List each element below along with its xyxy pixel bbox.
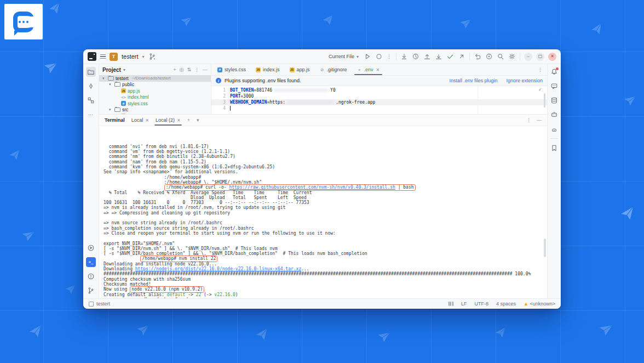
close-tab-icon[interactable]: ✕ — [145, 118, 149, 123]
locate-icon[interactable]: ◎ — [180, 67, 184, 72]
project-tool-icon[interactable] — [86, 67, 96, 77]
bookmarks-icon[interactable] — [549, 143, 559, 153]
add-icon[interactable]: + — [173, 67, 176, 72]
chevron-down-icon[interactable]: ▾ — [142, 54, 145, 59]
ide-window: T testert ▾ Current File▾ ⋮ — [83, 49, 561, 309]
terminal-scrollbar[interactable] — [544, 239, 546, 257]
version-control-tool-icon[interactable] — [86, 286, 96, 296]
code-text[interactable]: PORT=3000 — [230, 93, 254, 99]
search-icon[interactable] — [497, 53, 504, 60]
editor-scrollbar[interactable] — [544, 93, 545, 107]
project-avatar[interactable]: T — [110, 53, 118, 61]
line-number: 3 — [211, 99, 230, 105]
project-name[interactable]: testert — [122, 53, 139, 60]
notifications-bell-icon[interactable] — [549, 67, 559, 77]
env-editor[interactable]: 1BOT_TOKEN=881746Y02PORT=30003WEBHOOK_DO… — [211, 86, 547, 114]
expand-collapse-icon[interactable]: ⇅ — [187, 67, 191, 72]
minimize-icon[interactable]: – — [524, 53, 532, 61]
encoding-widget[interactable]: UTF-8 — [474, 301, 488, 307]
chevron-down-icon[interactable]: ▾ — [123, 67, 125, 72]
install-plugin-link[interactable]: Install .env files plugin — [449, 78, 497, 83]
close-tab-icon[interactable]: ✕ — [376, 67, 380, 72]
run-play-icon[interactable] — [364, 53, 371, 60]
ignore-extension-link[interactable]: Ignore extension — [506, 78, 543, 83]
terminal-title[interactable]: Terminal — [105, 117, 125, 123]
run-config-selector[interactable]: Current File▾ — [329, 54, 359, 59]
terminal-line: [ -s "$NVM_DIR/nvm.sh" ] && \. "$NVM_DIR… — [104, 246, 543, 251]
terminal-line: Dload Upload Total Spent Left Speed — [104, 195, 543, 200]
new-terminal-icon[interactable]: + — [187, 117, 190, 123]
docker-icon[interactable] — [549, 110, 559, 120]
more-actions-icon[interactable]: ⋮ — [387, 54, 392, 59]
more-tools-icon[interactable]: ⋯ — [86, 110, 96, 120]
debug-icon[interactable] — [375, 53, 383, 60]
redacted-value — [287, 100, 334, 104]
maximize-icon[interactable]: ▢ — [536, 53, 544, 61]
paper-plane-icon — [458, 17, 472, 31]
terminal-output[interactable]: command 'nvi' from deb nvi (1.81.6-17) c… — [99, 126, 547, 298]
tree-item-styles-css[interactable]: # styles.css — [99, 100, 211, 107]
line-separator-widget[interactable]: LF — [461, 301, 467, 307]
terminal-tool-icon[interactable]: >_ — [86, 257, 96, 267]
rollback-icon[interactable] — [474, 53, 481, 60]
gradle-icon[interactable] — [549, 124, 559, 134]
close-tab-icon[interactable]: ✕ — [177, 118, 181, 123]
tab-env[interactable]: ≡ .env ✕ — [352, 64, 385, 75]
problems-tool-icon[interactable] — [86, 271, 96, 281]
tree-item-index-html[interactable]: <> index.html — [99, 94, 211, 101]
git-branch-icon[interactable] — [148, 53, 156, 60]
interpreter-widget[interactable]: ▲ <unknown> — [524, 301, 555, 307]
code-line[interactable]: 3WEBHOOK_DOMAIN=https:.ngrok-free.app — [211, 99, 547, 105]
terminal-tab-local-2[interactable]: Local (2)✕ — [156, 115, 181, 126]
code-line[interactable]: 4 — [211, 105, 547, 111]
project-panel-title[interactable]: Project — [102, 67, 121, 73]
hide-panel-icon[interactable]: — — [203, 67, 208, 72]
terminal-link[interactable]: https://raw.githubusercontent.com/nvm-sh… — [229, 185, 395, 190]
indent-widget[interactable]: 4 spaces — [496, 301, 516, 307]
code-line[interactable]: 2PORT=3000 — [211, 93, 547, 99]
terminal-line — [104, 236, 543, 241]
terminal-text — [104, 256, 140, 261]
code-text[interactable] — [230, 105, 231, 111]
terminal-options-icon[interactable]: ⋮ — [526, 117, 531, 123]
main-menu-icon[interactable] — [100, 54, 106, 59]
code-text[interactable]: BOT_TOKEN=881746Y0 — [230, 87, 336, 93]
history-icon[interactable] — [412, 53, 419, 60]
tree-item-app-js[interactable]: JS app.js — [99, 88, 211, 94]
services-tool-icon[interactable] — [86, 243, 96, 253]
tab-styles-css[interactable]: # styles.css — [212, 64, 251, 75]
terminal-tab-local[interactable]: Local✕ — [131, 115, 149, 126]
update-project-icon[interactable] — [400, 53, 408, 60]
chevron-down-icon[interactable]: ▾ — [197, 117, 199, 123]
chevron-down-icon: ▾ — [357, 54, 359, 59]
env-key: WEBHOOK_DOMAIN — [230, 100, 267, 105]
close-icon[interactable]: ✕ — [548, 53, 556, 61]
inspections-ok-icon[interactable]: ✓ — [539, 87, 542, 93]
tab-gitignore[interactable]: ⊘ .gitignore — [315, 64, 352, 75]
paper-plane-icon — [619, 205, 636, 223]
tree-item-public[interactable]: ▾ public — [99, 82, 211, 88]
tab-options-icon[interactable]: ⋮ — [533, 64, 547, 75]
terminal-link[interactable]: https://nodejs.org/dist/v22.16.0/node-v2… — [135, 266, 301, 271]
tab-app-js[interactable]: JS app.js — [285, 64, 315, 75]
upload-icon[interactable] — [423, 53, 431, 60]
tab-index-js[interactable]: JS index.js — [251, 64, 285, 75]
split-columns-icon[interactable] — [449, 302, 453, 306]
ai-assistant-icon[interactable] — [549, 81, 559, 91]
minimize-panel-icon[interactable]: — — [537, 117, 542, 123]
database-icon[interactable] — [549, 95, 559, 105]
tree-item-testert[interactable]: ▾ testert ~/Downloads/testert — [99, 75, 211, 82]
tree-item-src[interactable]: ▾ src — [99, 107, 211, 114]
code-line[interactable]: 1BOT_TOKEN=881746Y0 — [211, 87, 547, 93]
share-icon[interactable] — [458, 53, 465, 60]
settings-gear-icon[interactable] — [508, 53, 516, 60]
commit-tool-icon[interactable] — [86, 81, 96, 91]
more-icon[interactable]: ⋮ — [194, 67, 199, 72]
code-text[interactable]: WEBHOOK_DOMAIN=https:.ngrok-free.app — [230, 99, 375, 105]
download-icon[interactable] — [435, 53, 442, 60]
build-check-icon[interactable] — [446, 53, 454, 60]
status-project[interactable]: testert — [89, 301, 110, 307]
ide-app-icon — [88, 52, 96, 61]
profiler-icon[interactable] — [485, 53, 493, 60]
structure-tool-icon[interactable] — [86, 95, 96, 105]
